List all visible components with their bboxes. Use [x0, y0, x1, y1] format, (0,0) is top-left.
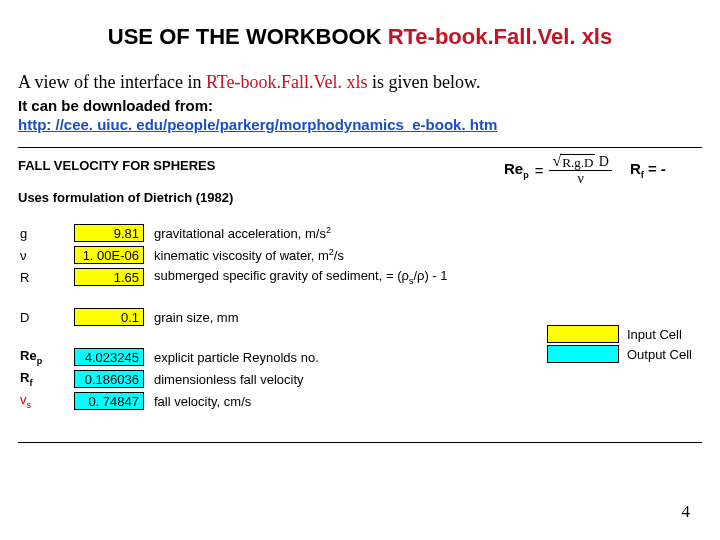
cell-legend: Input Cell Output Cell	[547, 324, 692, 364]
legend-input-label: Input Cell	[627, 327, 682, 342]
slide-root: USE OF THE WORKBOOK RTe-book.Fall.Vel. x…	[0, 0, 720, 540]
download-label: It can be downloaded from:	[18, 97, 706, 114]
desc-nu: kinematic viscosity of water, m2/s	[146, 247, 702, 263]
formula-rep: Rep = √ R.g.D D ν Rf = -	[504, 154, 696, 186]
spacer	[18, 288, 702, 306]
row-vs: vs 0. 74847 fall velocity, cm/s	[18, 390, 702, 412]
val-Rep: 4.023245	[74, 348, 144, 366]
sym-Rep: Rep	[18, 348, 74, 366]
row-Rf: Rf 0.186036 dimensionless fall velocity	[18, 368, 702, 390]
sheet-header-2-text: Uses formulation of Dietrich (1982)	[18, 190, 233, 205]
intro-post: is given below.	[368, 72, 481, 92]
sheet-header-2: Uses formulation of Dietrich (1982)	[18, 186, 702, 208]
val-g[interactable]: 9.81	[74, 224, 144, 242]
formula-eq: =	[535, 162, 544, 179]
legend-input-swatch	[547, 325, 619, 343]
val-vs: 0. 74847	[74, 392, 144, 410]
sym-R: R	[18, 270, 74, 285]
desc-vs: fall velocity, cm/s	[146, 394, 702, 409]
desc-g: gravitational acceleration, m/s2	[146, 225, 702, 241]
sqrt-icon: √ R.g.D	[552, 154, 595, 169]
download-link[interactable]: http: //cee. uiuc. edu/people/parkerg/mo…	[18, 116, 497, 133]
page-number: 4	[682, 502, 691, 522]
sym-nu: ν	[18, 248, 74, 263]
title-filename: RTe-book.Fall.Vel. xls	[388, 24, 613, 49]
intro-pre: A view of the interface in	[18, 72, 206, 92]
legend-output-swatch	[547, 345, 619, 363]
sym-D: D	[18, 310, 74, 325]
row-nu: ν 1. 00E-06 kinematic viscosity of water…	[18, 244, 702, 266]
legend-output-label: Output Cell	[627, 347, 692, 362]
row-R: R 1.65 submerged specific gravity of sed…	[18, 266, 702, 288]
sym-g: g	[18, 226, 74, 241]
val-D[interactable]: 0.1	[74, 308, 144, 326]
desc-R: submerged specific gravity of sediment, …	[146, 268, 702, 286]
formula-rep-label: Rep	[504, 160, 529, 180]
page-title: USE OF THE WORKBOOK RTe-book.Fall.Vel. x…	[14, 24, 706, 50]
intro-filename: RTe-book.Fall.Vel. xls	[206, 72, 368, 92]
val-nu[interactable]: 1. 00E-06	[74, 246, 144, 264]
sheet-header-1-text: FALL VELOCITY FOR SPHERES	[18, 158, 215, 173]
formula-rf: Rf = -	[630, 160, 666, 180]
legend-output-row: Output Cell	[547, 344, 692, 364]
spacer	[18, 208, 702, 222]
legend-input-row: Input Cell	[547, 324, 692, 344]
desc-Rf: dimensionless fall velocity	[146, 372, 702, 387]
spreadsheet-snapshot: FALL VELOCITY FOR SPHERES Uses formulati…	[18, 147, 702, 443]
intro-line: A view of the interface in RTe-book.Fall…	[18, 72, 706, 93]
val-Rf: 0.186036	[74, 370, 144, 388]
formula-numerator: √ R.g.D D	[549, 154, 611, 171]
sym-vs: vs	[18, 392, 74, 410]
desc-D: grain size, mm	[146, 310, 702, 325]
title-prefix: USE OF THE WORKBOOK	[108, 24, 388, 49]
formula-fraction: √ R.g.D D ν	[549, 154, 611, 186]
sym-Rf: Rf	[18, 370, 74, 388]
formula-denominator: ν	[578, 171, 584, 186]
val-R[interactable]: 1.65	[74, 268, 144, 286]
row-g: g 9.81 gravitational acceleration, m/s2	[18, 222, 702, 244]
